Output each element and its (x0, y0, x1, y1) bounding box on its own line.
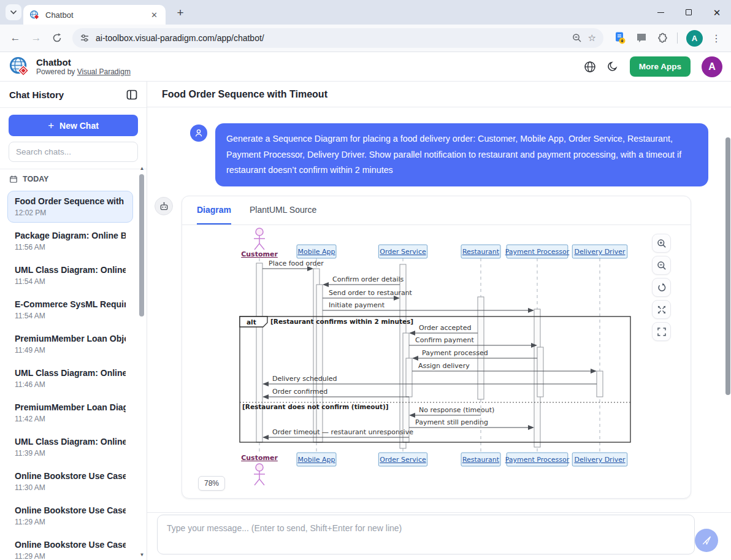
chat-time: 11:49 AM (15, 346, 126, 355)
sidebar-scrollbar-thumb[interactable] (139, 174, 144, 316)
participant-label: Payment Processor (505, 248, 570, 256)
participant-label: Restaurant (462, 456, 500, 464)
browser-tab-strip: Chatbot ✕ + ✕ (0, 0, 731, 25)
activation-bar (537, 347, 543, 397)
fullscreen-button[interactable] (652, 322, 671, 341)
sequence-message-arrowhead (323, 282, 329, 287)
bot-avatar (155, 197, 173, 215)
activation-bar (597, 371, 603, 397)
browser-tab[interactable]: Chatbot ✕ (23, 5, 166, 25)
diagram-canvas[interactable]: alt[Restaurant confirms within 2 minutes… (235, 226, 633, 486)
extensions-puzzle-icon[interactable] (656, 32, 668, 44)
new-chat-button[interactable]: + New Chat (9, 115, 138, 136)
chat-history-item[interactable]: PremiumMember Loan Obje... 11:49 AM (7, 328, 133, 360)
actor-figure-bottom (256, 464, 263, 471)
side-panel-comment-icon[interactable] (635, 32, 648, 44)
chat-title: PremiumMember Loan Obje... (15, 334, 126, 343)
chat-title: Online Bookstore Use Case D... (15, 471, 126, 481)
sequence-message-label: No response (timeout) (419, 406, 494, 414)
sequence-message-label: Send order to restaurant (329, 289, 413, 297)
sequence-message-label: Order timeout — restaurant unresponsive (272, 428, 413, 436)
chat-title: E-Commerce SysML Require... (15, 299, 126, 309)
sequence-message-arrowhead (262, 382, 269, 386)
zoom-in-button[interactable] (652, 234, 671, 253)
message-input[interactable] (157, 515, 695, 554)
sequence-message-label: Initiate payment (329, 301, 385, 309)
chat-title: Online Bookstore Use Case D... (15, 540, 126, 550)
reload-icon[interactable] (48, 29, 66, 47)
sequence-message-label: Order accepted (419, 324, 471, 332)
sequence-message-arrowhead (409, 413, 415, 418)
scroll-down-icon[interactable]: ▼ (139, 552, 145, 558)
tab-plantuml-source[interactable]: PlantUML Source (250, 196, 316, 224)
sequence-message-label: Payment still pending (415, 418, 488, 426)
collapse-sidebar-icon[interactable] (126, 90, 137, 100)
participant-label: Payment Processor (505, 456, 570, 464)
bookmark-star-icon[interactable]: ☆ (588, 33, 596, 44)
user-account-avatar[interactable]: A (702, 56, 722, 77)
app-title: Chatbot (36, 57, 131, 67)
fullscreen-corners-icon (657, 327, 667, 337)
chat-history-item[interactable]: UML Class Diagram: Online L... 11:39 AM (7, 431, 133, 463)
browser-menu-icon[interactable]: ⋮ (711, 33, 721, 44)
window-controls: ✕ (646, 0, 731, 25)
chat-history-item[interactable]: UML Class Diagram: Online L... 11:54 AM (7, 259, 133, 291)
forward-icon[interactable]: → (27, 29, 45, 47)
chat-history-item[interactable]: UML Class Diagram: Online L... 11:46 AM (7, 362, 133, 394)
chat-history-item[interactable]: E-Commerce SysML Require... 11:54 AM (7, 294, 133, 326)
zoom-level-badge: 78% (198, 476, 225, 491)
main-scrollbar-thumb[interactable] (725, 137, 730, 395)
sequence-message-label: Confirm order details (332, 275, 404, 283)
browser-profile-avatar[interactable]: A (686, 30, 703, 47)
google-docs-offline-icon[interactable] (613, 31, 627, 45)
tab-close-icon[interactable]: ✕ (149, 10, 159, 20)
page-title: Food Order Sequence with Timeout (162, 89, 327, 100)
chat-history-item[interactable]: Package Diagram: Online Bo... 11:56 AM (7, 225, 133, 257)
zoom-out-page-icon[interactable] (572, 33, 582, 43)
scroll-up-icon[interactable]: ▲ (139, 166, 145, 171)
sequence-message-arrowhead (412, 356, 418, 361)
user-message-bubble: Generate a Sequence Diagram for placing … (215, 123, 708, 186)
chat-history-item[interactable]: PremiumMember Loan Diagr... 11:42 AM (7, 397, 133, 429)
message-input-bar (147, 512, 731, 560)
chat-history-item[interactable]: Online Bookstore Use Case D... 11:29 AM (7, 500, 133, 532)
sidebar-scrollbar[interactable]: ▲ ▼ (138, 164, 146, 559)
robot-icon (159, 201, 169, 212)
sequence-message-label: Place food order (269, 259, 324, 267)
tab-diagram[interactable]: Diagram (197, 196, 231, 224)
more-apps-button[interactable]: More Apps (630, 56, 691, 77)
new-tab-button[interactable]: + (172, 5, 188, 21)
language-globe-icon[interactable] (584, 61, 596, 73)
tab-search-button[interactable] (6, 4, 21, 20)
chat-history-item[interactable]: Food Order Sequence with Ti... 12:02 PM (7, 191, 133, 223)
chat-time: 11:29 AM (15, 552, 126, 560)
sidebar-title: Chat History (9, 90, 64, 100)
actor-figure-top (256, 228, 263, 236)
chat-history-item[interactable]: Online Bookstore Use Case D... 11:29 AM (7, 534, 133, 560)
maximize-button[interactable] (675, 0, 703, 25)
close-button[interactable]: ✕ (703, 0, 731, 25)
fit-expand-button[interactable] (652, 300, 671, 319)
visual-paradigm-link[interactable]: Visual Paradigm (77, 67, 131, 76)
minimize-button[interactable] (646, 0, 675, 25)
reset-view-button[interactable] (652, 278, 671, 297)
dark-mode-moon-icon[interactable] (607, 61, 619, 72)
back-icon[interactable]: ← (6, 29, 25, 47)
chat-time: 11:46 AM (15, 380, 126, 389)
activation-bar (316, 285, 323, 442)
chat-title: PremiumMember Loan Diagr... (15, 402, 126, 412)
chat-title: Food Order Sequence with Ti... (15, 196, 126, 206)
browser-toolbar: ← → ai-toolbox.visual-paradigm.com/app/c… (0, 25, 731, 52)
send-button[interactable] (695, 529, 718, 552)
toolbar-extensions: A ⋮ (610, 30, 725, 47)
rotate-reset-icon (657, 283, 667, 293)
alt-guard-2: [Restaurant does not confirm (timeout)] (242, 403, 389, 410)
zoom-out-button[interactable] (652, 256, 671, 275)
chat-history-item[interactable]: Online Bookstore Use Case D... 11:30 AM (7, 466, 133, 497)
search-chats-input[interactable] (9, 142, 138, 162)
address-bar[interactable]: ai-toolbox.visual-paradigm.com/app/chatb… (72, 28, 603, 48)
participant-label: Delivery Driver (574, 456, 625, 464)
site-settings-icon[interactable] (80, 33, 90, 43)
chat-time: 11:30 AM (15, 483, 126, 492)
url-text[interactable]: ai-toolbox.visual-paradigm.com/app/chatb… (96, 33, 566, 43)
